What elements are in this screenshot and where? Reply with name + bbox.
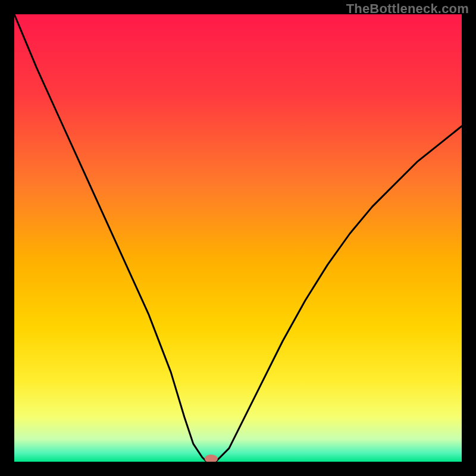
chart-frame: TheBottleneck.com bbox=[0, 0, 476, 476]
chart-svg bbox=[0, 0, 476, 476]
plot-bg-gradient bbox=[14, 14, 462, 462]
optimum-marker bbox=[205, 455, 218, 463]
watermark-text: TheBottleneck.com bbox=[346, 1, 469, 17]
